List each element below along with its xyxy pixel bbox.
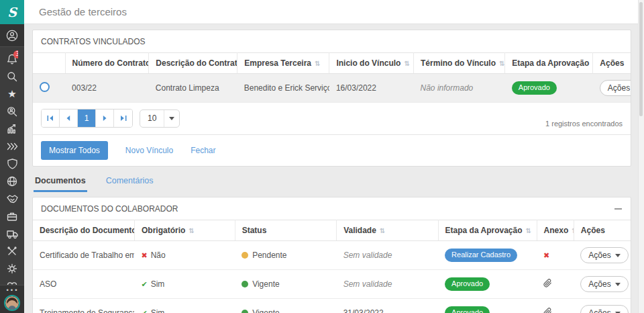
app-logo[interactable]: S [0,0,24,24]
contract-numero: 003/22 [65,74,149,103]
doc-etapa: Aprovado [438,299,537,313]
analytics-chart-icon[interactable] [6,123,18,135]
sidebar-item-profile[interactable] [0,24,24,47]
favorites-heart-icon[interactable] [6,280,18,285]
status-dot-active [241,310,248,313]
fechar-link[interactable]: Fechar [191,146,215,155]
documents-panel-header: DOCUMENTOS DO COLABORADOR [33,197,631,220]
documents-table: Descrição do Documento⇅ Obrigatório⇅ Sta… [33,220,631,313]
sort-icon[interactable]: ⇅ [499,60,504,67]
column-header-numero[interactable]: Número do Contrato⇅ [65,53,149,74]
column-header-acoes: Ações [593,53,631,74]
favorites-star-icon[interactable]: ★ [6,88,18,100]
status-badge: Aprovado [445,277,490,290]
column-header-termino[interactable]: Término do Vínculo⇅ [414,53,505,74]
row-actions-button[interactable]: Ações [600,80,631,96]
more-options-icon[interactable]: ••• [6,287,19,293]
row-radio[interactable] [40,82,50,92]
scrollbar-thumb[interactable] [639,2,643,116]
row-actions-button[interactable]: Ações [580,305,628,313]
doc-acoes: Ações [574,270,631,299]
paperclip-icon[interactable] [543,309,552,313]
first-page-button[interactable] [42,109,60,127]
column-header-descricao-documento[interactable]: Descrição do Documento⇅ [33,220,134,241]
documents-panel: DOCUMENTOS DO COLABORADOR Descrição do D… [32,197,631,313]
sort-icon[interactable]: ⇅ [380,227,385,234]
paperclip-icon[interactable] [543,280,552,289]
contracts-panel-header: CONTRATOS VINCULADOS [33,30,631,52]
column-header-empresa[interactable]: Empresa Terceira⇅ [237,53,329,74]
network-globe-icon[interactable] [6,175,18,187]
column-header-descricao[interactable]: Descrição do Contrato⇅ [149,53,237,74]
page-title: Gestão de terceiros [39,6,127,17]
people-search-icon[interactable] [6,105,18,118]
notifications-bell-icon[interactable]: 3 [6,53,18,65]
doc-validade: Sem validade [337,241,438,270]
chevron-down-icon [615,283,621,286]
page-number-button[interactable]: 1 [78,109,96,127]
prev-page-button[interactable] [60,109,78,127]
document-row[interactable]: ASO ✔Sim Vigente Sem validade Aprovado A… [33,270,631,299]
sort-icon[interactable]: ⇅ [189,227,194,234]
sort-icon[interactable]: ⇅ [404,60,409,67]
collapse-panel-icon[interactable] [613,204,623,214]
mostrar-todos-button[interactable]: Mostrar Todos [41,141,108,160]
column-header-etapa-aprovacao[interactable]: Etapa da Aprovação⇅ [438,220,537,241]
profile-icon [6,30,18,42]
doc-anexo: ✖ [537,241,574,270]
column-header-select [33,53,65,74]
gear-settings-icon[interactable] [6,263,18,275]
row-actions-button[interactable]: Ações [580,247,628,263]
chevron-down-icon [615,254,621,257]
status-dot-active [241,281,248,287]
contracts-panel-title: CONTRATOS VINCULADOS [41,37,146,46]
doc-obrigatorio: ✔Sim [134,299,235,313]
sidebar: S 3 ★ [0,0,24,313]
doc-descricao: Certificado de Trabalho em Altura [33,241,134,270]
content-area: CONTRATOS VINCULADOS Número do Contrato⇅… [24,24,644,313]
x-tools-icon[interactable] [6,245,18,257]
contracts-actions: Mostrar Todos Novo Vínculo Fechar [33,134,631,166]
column-header-obrigatorio[interactable]: Obrigatório⇅ [134,220,235,241]
row-actions-button[interactable]: Ações [580,276,628,292]
x-mark-icon: ✖ [141,251,147,260]
document-row[interactable]: Treinamento de Segurança ✔Sim Vigente 31… [33,299,631,313]
document-row[interactable]: Certificado de Trabalho em Altura ✖Não P… [33,241,631,270]
briefcase-icon[interactable] [6,210,18,222]
logistics-truck-icon[interactable] [6,228,18,240]
vertical-scrollbar[interactable] [638,0,644,313]
column-header-anexo[interactable]: Anexo⇅ [537,220,574,241]
notification-badge: 3 [13,50,18,58]
expand-menu-chevrons-icon[interactable] [6,140,18,152]
column-header-status: Status [235,220,336,241]
documents-header-row: Descrição do Documento⇅ Obrigatório⇅ Sta… [33,220,631,241]
contract-row[interactable]: 003/22 Contrato Limpeza Benedito e Erick… [33,74,631,103]
next-page-button[interactable] [96,109,114,127]
column-header-inicio[interactable]: Inicio do Vínculo⇅ [329,53,414,74]
tab-comentarios[interactable]: Comentários [105,173,155,192]
page-size-select[interactable]: 10 [140,109,180,128]
main-area: Gestão de terceiros CONTRATOS VINCULADOS [24,0,644,313]
security-shield-icon[interactable] [6,158,18,170]
contract-descricao: Contrato Limpeza [149,74,237,103]
check-mark-icon: ✔ [141,309,147,313]
doc-validade: 31/03/2022 [337,299,438,313]
doc-descricao: Treinamento de Segurança [33,299,134,313]
column-header-validade[interactable]: Validade⇅ [337,220,438,241]
contracts-panel: CONTRATOS VINCULADOS Número do Contrato⇅… [32,30,631,167]
doc-descricao: ASO [33,270,134,299]
user-avatar[interactable] [4,295,20,311]
column-header-etapa[interactable]: Etapa da Aprovação⇅ [505,53,593,74]
contract-acoes: Ações [593,74,631,103]
sort-icon[interactable]: ⇅ [526,227,531,234]
sort-icon[interactable]: ⇅ [315,60,320,67]
search-icon[interactable] [6,71,18,83]
last-page-button[interactable] [114,109,132,127]
doc-etapa: Realizar Cadastro [438,241,537,270]
partnership-handshake-icon[interactable] [6,193,18,205]
novo-vinculo-link[interactable]: Novo Vínculo [125,146,173,155]
doc-anexo [537,299,574,313]
tab-documentos[interactable]: Documentos [34,173,87,192]
contract-termino: Não informado [414,74,505,103]
doc-obrigatorio: ✖Não [134,241,235,270]
